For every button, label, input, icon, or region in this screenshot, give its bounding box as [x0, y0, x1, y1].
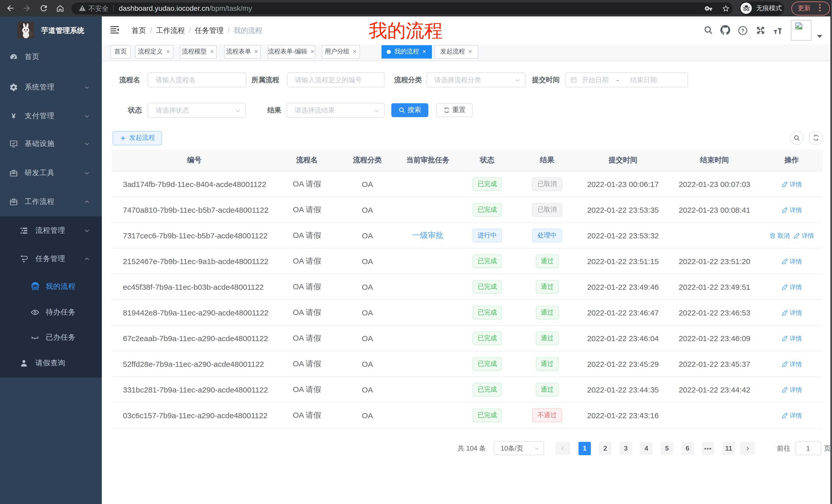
svg-text:?: ? — [741, 27, 745, 33]
svg-text:¥: ¥ — [11, 111, 16, 120]
